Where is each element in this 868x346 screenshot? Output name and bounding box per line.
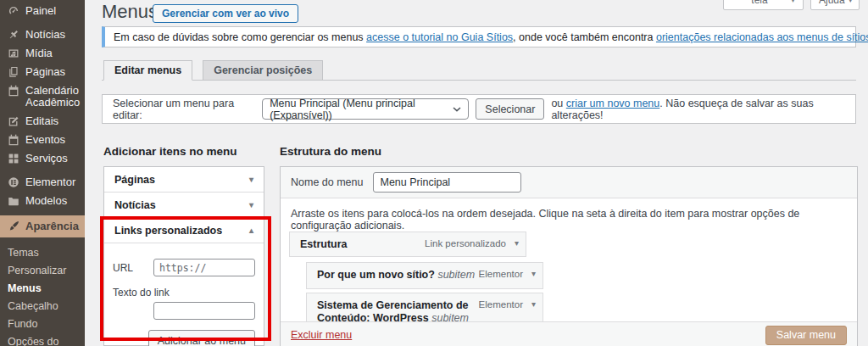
media-icon <box>8 47 19 59</box>
add-to-menu-button[interactable]: Adicionar ao menu <box>148 330 255 346</box>
menu-item-type: Elementor <box>479 269 523 279</box>
chevron-down-icon: ▾ <box>249 200 253 209</box>
chevron-down-icon[interactable]: ▾ <box>531 269 536 278</box>
menu-item-por-que-um-novo-sitio[interactable]: Por que um novo sítio? subitem Elementor… <box>306 262 543 289</box>
brush-icon <box>8 220 19 232</box>
chevron-down-icon <box>453 107 461 112</box>
menu-name-row: Nome do menu <box>281 167 857 198</box>
drag-instructions: Arraste os itens para colocá-los na orde… <box>281 198 857 232</box>
panel-links-personalizados[interactable]: Links personalizados▴ <box>104 218 264 243</box>
chevron-up-icon: ▴ <box>249 226 253 235</box>
tab-editar-menus[interactable]: Editar menus <box>103 60 192 81</box>
url-label: URL <box>113 262 153 274</box>
sidebar-item-paginas[interactable]: Páginas <box>0 63 85 81</box>
submenu-item-personalizar[interactable]: Personalizar <box>0 262 85 280</box>
menu-footer-bar: Excluir menu Salvar menu <box>281 321 857 346</box>
menu-select-label: Selecionar um menu para editar: <box>113 98 255 121</box>
menu-structure-box: Nome do menu Arraste os itens para coloc… <box>280 166 858 346</box>
menu-item-type: Elementor <box>479 299 523 310</box>
appearance-submenu: Temas Personalizar Menus Cabeçalho Fundo… <box>0 237 85 346</box>
grid-icon <box>8 153 19 165</box>
select-menu-button[interactable]: Selecionar <box>476 98 544 120</box>
chevron-down-icon[interactable]: ▾ <box>531 299 536 309</box>
sidebar-item-noticias[interactable]: Notícias <box>0 25 85 44</box>
link-text-label: Texto do link <box>113 287 255 299</box>
create-new-menu-link[interactable]: criar um novo menu <box>566 98 659 109</box>
chevron-down-icon: ▾ <box>849 0 853 9</box>
pages-icon <box>8 66 19 78</box>
manage-live-preview-button[interactable]: Gerenciar com ver ao vivo <box>153 4 298 23</box>
sidebar-item-eventos[interactable]: Eventos <box>0 131 85 149</box>
custom-links-panel-body: URL Texto do link Adicionar ao menu <box>104 243 264 346</box>
elementor-icon <box>8 176 19 188</box>
folder-icon <box>8 195 19 207</box>
edit-icon <box>8 115 19 127</box>
page-title: Menus <box>102 1 158 23</box>
save-menu-button[interactable]: Salvar menu <box>765 326 847 345</box>
add-items-heading: Adicionar itens no menu <box>103 145 237 158</box>
admin-sidebar: Painel Notícias Mídia Páginas Calendário… <box>0 0 85 346</box>
guidelines-link[interactable]: orientações relacionadas aos menus de sí… <box>656 31 868 43</box>
pushpin-icon <box>8 29 19 41</box>
delete-menu-link[interactable]: Excluir menu <box>291 329 352 341</box>
chevron-down-icon: ▾ <box>791 0 795 9</box>
submenu-item-cabecalho[interactable]: Cabeçalho <box>0 298 85 315</box>
calendar-icon <box>8 134 19 146</box>
link-text-input[interactable] <box>153 302 255 320</box>
menu-name-label: Nome do menu <box>291 176 363 188</box>
chevron-down-icon[interactable]: ▾ <box>515 238 519 248</box>
nav-tabs: Editar menusGerenciar posições <box>102 60 856 81</box>
add-items-accordion: Páginas▾ Notícias▾ Links personalizados▴… <box>103 166 264 346</box>
tab-gerenciar-posicoes[interactable]: Gerenciar posições <box>203 60 323 81</box>
panel-noticias[interactable]: Notícias▾ <box>104 193 264 218</box>
menu-select-row: Selecionar um menu para editar: Menu Pri… <box>102 94 856 124</box>
sidebar-item-modelos[interactable]: Modelos <box>0 192 85 210</box>
screen-options-button[interactable]: Opções de tela▾ <box>723 0 804 10</box>
calendar-icon <box>8 85 19 97</box>
menu-name-input[interactable] <box>373 172 521 193</box>
submenu-item-temas[interactable]: Temas <box>0 244 85 262</box>
wordpress-admin-menus-page: Painel Notícias Mídia Páginas Calendário… <box>0 0 868 346</box>
tutorial-link[interactable]: acesse o tutorial no Guia Sítios <box>366 31 513 43</box>
sidebar-item-painel[interactable]: Painel <box>0 2 85 20</box>
submenu-item-fundo[interactable]: Fundo <box>0 315 85 333</box>
panel-paginas[interactable]: Páginas▾ <box>104 167 264 193</box>
help-button[interactable]: Ajuda▾ <box>810 0 860 10</box>
sidebar-item-editais[interactable]: Editais <box>0 112 85 131</box>
submenu-item-menus[interactable]: Menus <box>0 280 85 298</box>
menu-select[interactable]: Menu Principal (Menu principal (Expansív… <box>262 98 469 120</box>
sidebar-item-calendario-academico[interactable]: Calendário Acadêmico <box>0 81 85 112</box>
sidebar-item-servicos[interactable]: Serviços <box>0 149 85 168</box>
chevron-down-icon: ▾ <box>249 175 253 184</box>
submenu-item-opcoes-do-tema[interactable]: Opções do Tema <box>0 333 85 346</box>
menu-structure-heading: Estrutura do menu <box>280 145 381 158</box>
sidebar-item-aparencia[interactable]: Aparência <box>0 215 85 237</box>
menu-item-type: Link personalizado <box>425 238 506 248</box>
dashboard-icon <box>8 5 19 17</box>
menu-item-estrutura[interactable]: Estrutura Link personalizado▾ <box>289 232 526 257</box>
sidebar-item-midia[interactable]: Mídia <box>0 44 85 63</box>
sidebar-item-elementor[interactable]: Elementor <box>0 173 85 192</box>
info-notice: Em caso de dúvidas sobre como gerenciar … <box>102 26 856 47</box>
url-input[interactable] <box>153 259 255 276</box>
